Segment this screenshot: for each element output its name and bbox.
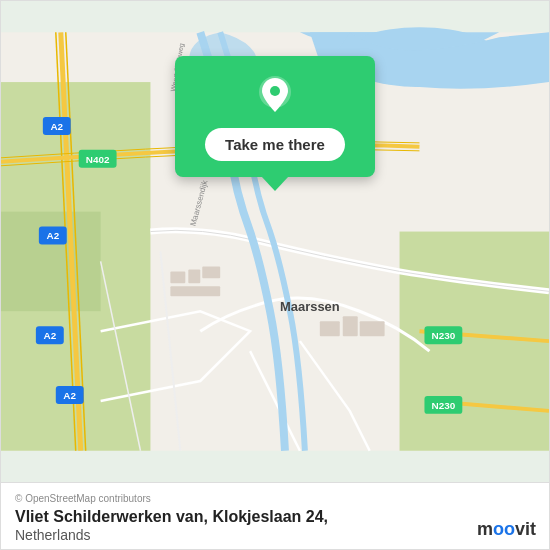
svg-rect-22 — [170, 271, 185, 283]
svg-text:A2: A2 — [50, 121, 63, 132]
svg-rect-24 — [202, 266, 220, 278]
svg-point-32 — [270, 86, 280, 96]
svg-rect-28 — [360, 321, 385, 336]
moovit-logo: moovit — [477, 519, 536, 540]
svg-text:A2: A2 — [63, 390, 76, 401]
svg-rect-3 — [1, 212, 101, 312]
svg-text:N230: N230 — [431, 330, 455, 341]
take-me-there-button[interactable]: Take me there — [205, 128, 345, 161]
popup-card: Take me there — [175, 56, 375, 177]
svg-text:N402: N402 — [86, 154, 110, 165]
location-pin-icon — [254, 74, 296, 116]
svg-rect-23 — [188, 269, 200, 283]
svg-rect-25 — [170, 286, 220, 296]
svg-text:A2: A2 — [43, 330, 56, 341]
svg-text:A2: A2 — [46, 231, 59, 242]
svg-rect-27 — [343, 316, 358, 336]
svg-rect-26 — [320, 321, 340, 336]
place-country: Netherlands — [15, 527, 535, 543]
attribution: © OpenStreetMap contributors — [15, 493, 535, 504]
svg-text:Maarssen: Maarssen — [280, 299, 340, 314]
app-container: N402 N402 A2 A2 A2 A2 N230 N230 Maarssen — [0, 0, 550, 550]
footer: © OpenStreetMap contributors Vliet Schil… — [1, 482, 549, 549]
map-area: N402 N402 A2 A2 A2 A2 N230 N230 Maarssen — [1, 1, 549, 482]
place-name: Vliet Schilderwerken van, Klokjeslaan 24… — [15, 508, 535, 526]
svg-text:N230: N230 — [431, 400, 455, 411]
